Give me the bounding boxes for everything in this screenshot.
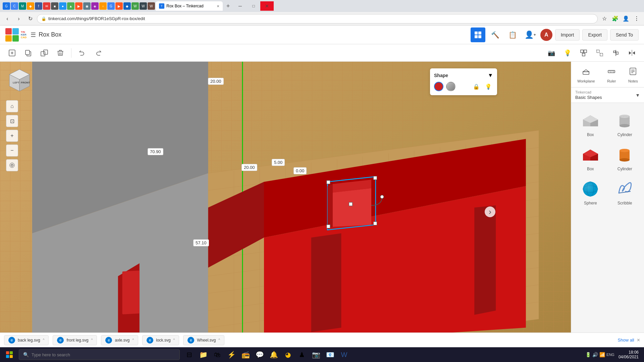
handle-center[interactable]: [349, 202, 352, 206]
view-cube[interactable]: LEFT FRONT: [6, 68, 33, 95]
download-item-wheel[interactable]: e Wheel.svg ^: [183, 335, 224, 345]
shape-item-orange-cylinder[interactable]: Cylinder: [610, 141, 640, 171]
download-chevron-4[interactable]: ^: [173, 338, 175, 342]
taskbar-word[interactable]: W: [337, 348, 351, 361]
minimize-button[interactable]: ─: [233, 1, 247, 11]
category-dropdown-arrow[interactable]: ▼: [635, 93, 640, 98]
taskbar-steam[interactable]: ⚡: [225, 348, 238, 361]
more-options-icon[interactable]: ⋮: [632, 14, 641, 23]
tab-5[interactable]: ✉: [43, 2, 50, 10]
taskbar-file-explorer[interactable]: 📁: [197, 348, 210, 361]
collapse-sidebar-button[interactable]: ›: [485, 206, 495, 217]
active-tab-close[interactable]: ✕: [217, 4, 219, 8]
taskbar-app2[interactable]: 💬: [253, 348, 266, 361]
clock-date[interactable]: 18:06 04/06/2021: [616, 349, 641, 360]
download-chevron-5[interactable]: ^: [218, 338, 220, 342]
send-to-button[interactable]: Send To: [610, 29, 639, 41]
taskbar-search-bar[interactable]: 🔍 Type here to search: [19, 349, 180, 360]
import-button[interactable]: Import: [555, 29, 580, 41]
light-button[interactable]: 💡: [484, 82, 493, 91]
close-button[interactable]: ✕: [260, 1, 274, 11]
group-button[interactable]: [577, 46, 590, 60]
tab-7[interactable]: ●: [59, 2, 66, 10]
hole-color-button[interactable]: [446, 82, 455, 91]
selected-object[interactable]: [327, 176, 384, 230]
taskbar-notification[interactable]: 🔔: [267, 348, 280, 361]
handle-br[interactable]: [373, 222, 377, 225]
tab-yt2[interactable]: ▶: [115, 2, 123, 10]
download-item-back-leg[interactable]: e back leg.svg ^: [4, 335, 49, 345]
solid-color-button[interactable]: [434, 82, 443, 91]
profile-icon[interactable]: 👤: [621, 14, 631, 23]
tab-12[interactable]: ○: [99, 2, 107, 10]
tab-8[interactable]: ▲: [67, 2, 74, 10]
move-button[interactable]: [6, 159, 18, 171]
redo-button[interactable]: [92, 46, 105, 60]
shape-item-gray-box[interactable]: Box: [575, 107, 606, 137]
workplane-button[interactable]: Workplane: [573, 66, 599, 84]
start-button[interactable]: [3, 348, 16, 361]
download-item-front-leg[interactable]: e front leg.svg ^: [53, 335, 97, 345]
download-item-lock[interactable]: e lock.svg ^: [142, 335, 179, 345]
ruler-button[interactable]: Ruler: [603, 66, 620, 84]
home-view-button[interactable]: ⌂: [6, 100, 18, 112]
tab-chrome[interactable]: C: [11, 2, 18, 10]
mirror-button[interactable]: [625, 46, 639, 60]
camera-button[interactable]: 📷: [545, 46, 558, 60]
clipboard-button[interactable]: 📋: [505, 27, 520, 42]
copy-button[interactable]: [21, 46, 35, 60]
tab-11[interactable]: ◈: [91, 2, 99, 10]
address-bar[interactable]: 🔒 tinkercad.com/things/9FBOR1eSGpR-rox-b…: [37, 14, 598, 23]
taskbar-store[interactable]: 🛍: [211, 348, 224, 361]
undo-button[interactable]: [75, 46, 89, 60]
taskbar-email[interactable]: 📧: [323, 348, 337, 361]
user-avatar[interactable]: A: [540, 29, 552, 41]
lightbulb-button[interactable]: 💡: [561, 46, 574, 60]
new-tab-button[interactable]: +: [223, 1, 233, 11]
tray-icon-2[interactable]: 🔊: [592, 352, 598, 357]
download-bar-close[interactable]: ×: [637, 337, 640, 343]
tools-button[interactable]: 🔨: [488, 27, 503, 42]
lock-button[interactable]: 🔒: [472, 82, 481, 91]
tray-icon-1[interactable]: 🔋: [585, 352, 591, 357]
tab-google2[interactable]: G: [107, 2, 115, 10]
tab-17[interactable]: W: [140, 2, 147, 10]
tab-maps[interactable]: M: [19, 2, 26, 10]
tab-15[interactable]: ◆: [123, 2, 131, 10]
align-button[interactable]: [609, 46, 623, 60]
tab-3[interactable]: ◆: [27, 2, 34, 10]
download-chevron-2[interactable]: ^: [91, 338, 93, 342]
handle-tr[interactable]: [373, 176, 377, 180]
zoom-out-button[interactable]: −: [6, 144, 18, 157]
download-item-axle[interactable]: e axle.svg ^: [101, 335, 138, 345]
language-indicator[interactable]: ENG: [606, 353, 614, 357]
back-button[interactable]: ‹: [3, 14, 12, 23]
shape-item-scribble[interactable]: Scribble: [610, 175, 640, 205]
download-chevron-1[interactable]: ^: [43, 338, 45, 342]
zoom-fit-button[interactable]: ⊡: [6, 115, 18, 127]
reload-button[interactable]: ↻: [25, 14, 35, 23]
taskbar-chess[interactable]: ♟: [295, 348, 309, 361]
3d-viewport[interactable]: 20.00 70.90 20.00 5.00 0.00 57.10 LEFT F…: [0, 62, 571, 362]
taskbar-radio[interactable]: 📻: [239, 348, 252, 361]
delete-button[interactable]: [54, 46, 67, 60]
tab-tinkercad-active[interactable]: T Rox Box – Tinkercad ✕: [156, 1, 223, 11]
handle-bl[interactable]: [327, 225, 330, 228]
tab-fb[interactable]: f: [35, 2, 42, 10]
shape-item-red-box[interactable]: Box: [575, 141, 606, 171]
extensions-icon[interactable]: 🧩: [610, 14, 620, 23]
taskbar-camera[interactable]: 📷: [309, 348, 323, 361]
new-shape-button[interactable]: [5, 46, 19, 60]
bookmark-icon[interactable]: ☆: [600, 14, 609, 23]
tab-google[interactable]: G: [3, 2, 10, 10]
show-all-button[interactable]: Show all: [618, 338, 634, 343]
tab-6[interactable]: ■: [51, 2, 58, 10]
taskbar-task-view[interactable]: ⊟: [182, 348, 196, 361]
menu-icon[interactable]: ☰: [31, 31, 36, 39]
download-chevron-3[interactable]: ^: [132, 338, 134, 342]
tab-10[interactable]: ◉: [83, 2, 91, 10]
rotate-circle[interactable]: [380, 195, 384, 198]
forward-button[interactable]: ›: [14, 14, 23, 23]
zoom-in-button[interactable]: +: [6, 130, 18, 142]
tray-wifi[interactable]: 📶: [599, 352, 605, 357]
